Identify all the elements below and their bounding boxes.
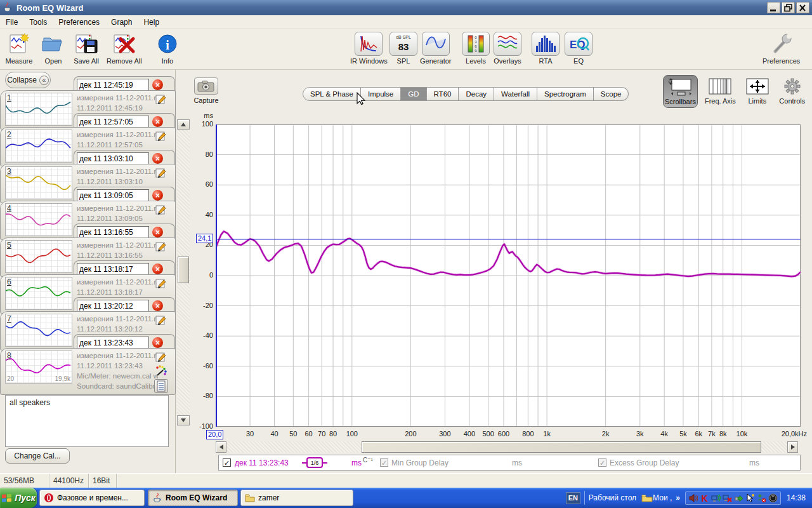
tray-chevron[interactable]: » [676, 493, 680, 502]
delete-measurement-button[interactable] [152, 190, 163, 201]
scroll-right-button[interactable] [787, 441, 798, 453]
restore-button[interactable] [782, 2, 795, 13]
close-button[interactable] [796, 2, 809, 13]
edit-name-icon[interactable] [155, 277, 167, 289]
tab-impulse[interactable]: Impulse [361, 87, 401, 101]
measurement-name-input[interactable] [77, 226, 149, 239]
levels-button[interactable]: 0369Levels [462, 32, 490, 65]
y-tick--100: -100 [193, 422, 213, 430]
scroll-down-button[interactable] [177, 415, 190, 425]
my-toolbar-label[interactable]: Мои , [653, 493, 672, 502]
tray-network-error-icon[interactable] [723, 493, 732, 503]
tray-volume-icon[interactable] [688, 493, 698, 503]
svg-text:0: 0 [475, 36, 477, 39]
measurement-name-input[interactable] [77, 79, 149, 91]
delete-measurement-button[interactable] [152, 153, 163, 164]
tab-scope[interactable]: Scope [594, 87, 629, 101]
tray-network-icon[interactable] [711, 493, 721, 503]
ir-windows-button[interactable]: IR Windows [350, 32, 388, 65]
edit-name-icon[interactable] [155, 241, 167, 252]
measurement-name-input[interactable] [77, 263, 149, 276]
tray-kaspersky-icon[interactable]: K [700, 493, 709, 503]
measurement-notes-button[interactable] [154, 379, 168, 393]
users-offline-glyph [757, 493, 766, 503]
tray-users-offline-icon[interactable] [757, 493, 766, 503]
minimize-button[interactable] [767, 2, 780, 13]
menu-tools[interactable]: Tools [23, 16, 53, 29]
tab-rt60[interactable]: RT60 [427, 87, 459, 101]
edit-name-icon[interactable] [155, 130, 167, 142]
trace-color-icon[interactable] [155, 365, 167, 377]
group-delay-chart[interactable] [216, 124, 801, 427]
measurement-name-input[interactable] [77, 337, 149, 349]
tab-waterfall[interactable]: Waterfall [494, 87, 537, 101]
tab-decay[interactable]: Decay [459, 87, 494, 101]
task-button-zamer[interactable]: zamer [240, 490, 353, 506]
view-button-freq-axis[interactable]: Freq. Axis [704, 75, 737, 107]
java-app-icon [3, 2, 13, 14]
title-bar[interactable]: Room EQ Wizard [0, 0, 812, 15]
menu-preferences[interactable]: Preferences [53, 16, 105, 29]
tab-gd[interactable]: GD [401, 87, 426, 101]
edit-name-icon[interactable] [155, 314, 167, 326]
excess-group-delay-checkbox[interactable] [598, 458, 606, 467]
tray-usb-icon[interactable] [734, 493, 743, 503]
smoothing-value[interactable]: 1/6 [306, 457, 323, 468]
delete-measurement-button[interactable] [152, 264, 163, 274]
delete-measurement-button[interactable] [152, 337, 163, 348]
edit-name-icon[interactable] [155, 93, 167, 105]
menu-file[interactable]: File [0, 16, 23, 29]
language-indicator[interactable]: EN [566, 492, 580, 504]
edit-name-icon[interactable] [155, 351, 167, 363]
eq-button[interactable]: EQEQ [565, 32, 593, 65]
change-cal-button[interactable]: Change Cal... [5, 448, 70, 464]
measurement-item-8[interactable]: 82019,9kизмерения 11-12-2011.m11.12.2011… [0, 334, 176, 395]
edit-name-icon[interactable] [155, 204, 167, 215]
measurement-notes-input[interactable]: all speakers [5, 395, 169, 447]
save-all-button[interactable]: Save All [72, 32, 100, 65]
delete-measurement-button[interactable] [152, 116, 163, 127]
measurement-name-input[interactable] [77, 116, 149, 128]
trace-checkbox[interactable] [223, 458, 231, 467]
tray-clock-app-icon[interactable] [768, 493, 778, 503]
view-button-scrollbars[interactable]: Scrollbars [663, 75, 698, 108]
graph-horizontal-scrollbar[interactable] [216, 441, 798, 453]
tray-pointer-icon[interactable] [745, 493, 755, 503]
menu-help[interactable]: Help [138, 16, 165, 29]
rta-button[interactable]: RTA [532, 32, 560, 65]
measurement-name-input[interactable] [77, 300, 149, 312]
spl-button[interactable]: dB SPL83SPL [390, 32, 417, 65]
tab-spectrogram[interactable]: Spectrogram [537, 87, 594, 101]
menu-graph[interactable]: Graph [105, 16, 138, 29]
remove-all-button[interactable]: Remove All [107, 32, 142, 65]
overlays-button[interactable]: Overlays [494, 32, 521, 65]
vertical-scroll-thumb[interactable] [178, 257, 189, 283]
info-button[interactable]: iInfo [154, 32, 181, 65]
capture-button[interactable] [194, 77, 218, 95]
scroll-up-button[interactable] [177, 119, 190, 130]
scroll-left-button[interactable] [216, 441, 226, 453]
measurement-name-input[interactable] [77, 152, 149, 165]
desktop-toolbar-label[interactable]: Рабочий стол [589, 493, 636, 502]
task-button-room-eq-wizard[interactable]: Room EQ Wizard [148, 490, 238, 506]
measurement-name-input[interactable] [77, 189, 149, 202]
edit-name-icon[interactable] [155, 167, 167, 178]
view-button-limits[interactable]: Limits [743, 75, 772, 107]
up-arrow-icon [181, 123, 186, 126]
generator-button[interactable]: Generator [420, 32, 452, 65]
delete-measurement-button[interactable] [152, 227, 163, 237]
task-button-фазовое-и-времен[interactable]: Фазовое и времен... [39, 490, 145, 506]
delete-measurement-button[interactable] [152, 300, 163, 311]
open-button[interactable]: Open [39, 32, 67, 65]
smoothing-control[interactable]: 1/6 [302, 457, 327, 468]
tray-clock[interactable]: 14:38 [787, 493, 806, 502]
view-button-controls[interactable]: Controls [778, 75, 807, 107]
horizontal-scroll-thumb[interactable] [362, 441, 761, 453]
preferences-button[interactable]: Preferences [763, 32, 800, 65]
min-group-delay-checkbox[interactable] [380, 458, 388, 467]
delete-measurement-button[interactable] [152, 79, 163, 90]
graph-vertical-scrollbar[interactable] [177, 119, 190, 425]
start-button[interactable]: Пуск [0, 488, 37, 508]
tab-spl-phase[interactable]: SPL & Phase [303, 87, 361, 101]
measure-button[interactable]: Measure [5, 32, 33, 65]
